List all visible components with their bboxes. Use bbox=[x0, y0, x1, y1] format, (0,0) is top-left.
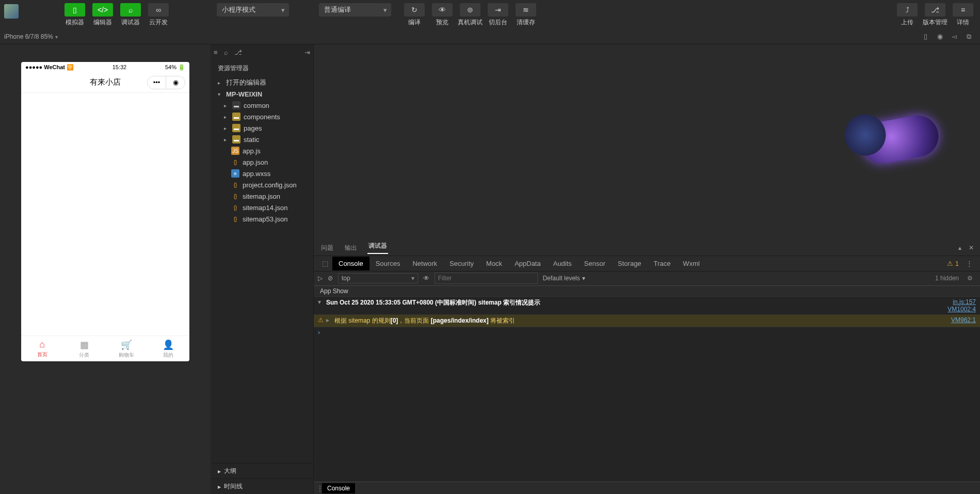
phone-capsule: ••• ◉ bbox=[147, 76, 185, 89]
tab-home[interactable]: ⌂首页 bbox=[21, 336, 63, 361]
file-app-json[interactable]: {}app.json bbox=[211, 156, 313, 168]
folder-icon: ▬ bbox=[232, 113, 240, 121]
device-select[interactable]: iPhone 6/7/8 85%▾ bbox=[4, 33, 58, 40]
tab-output[interactable]: 输出 bbox=[344, 244, 358, 252]
outline-section[interactable]: ▸大纲 bbox=[211, 463, 313, 479]
json-icon: {} bbox=[231, 215, 239, 223]
real-debug-button[interactable]: ⊚ 真机调试 bbox=[457, 3, 483, 27]
close-icon[interactable]: ✕ bbox=[969, 244, 974, 251]
user-icon: 👤 bbox=[163, 339, 174, 350]
refresh-icon: ↻ bbox=[404, 3, 425, 17]
folder-components[interactable]: ▸▬components bbox=[211, 111, 313, 122]
popout-icon[interactable]: ⧉ bbox=[961, 30, 976, 43]
exit-icon: ⇥ bbox=[488, 3, 508, 17]
dtab-mock[interactable]: Mock bbox=[480, 257, 508, 270]
minimize-icon[interactable]: ▴ bbox=[958, 244, 961, 251]
tab-cart[interactable]: 🛒购物车 bbox=[105, 336, 148, 361]
file-project-config[interactable]: {}project.config.json bbox=[211, 179, 313, 190]
eye-icon[interactable]: 👁 bbox=[423, 275, 429, 282]
warn-count[interactable]: ⚠1 bbox=[947, 260, 963, 267]
log-row-warn[interactable]: ⚠ ▸ 根据 sitemap 的规则[0]，当前页面 [pages/index/… bbox=[314, 315, 980, 327]
dtab-audits[interactable]: Audits bbox=[547, 257, 578, 270]
tab-problems[interactable]: 问题 bbox=[320, 244, 334, 252]
drawer-console-tab[interactable]: Console bbox=[322, 483, 355, 493]
preview-button[interactable]: 👁 预览 bbox=[429, 3, 455, 27]
json-icon: {} bbox=[231, 203, 239, 212]
kebab-icon[interactable]: ⋮ bbox=[963, 260, 976, 267]
editor-label: 编辑器 bbox=[93, 18, 112, 27]
console-body: App Show ▾ Sun Oct 25 2020 15:33:05 GMT+… bbox=[314, 286, 980, 482]
filter-input[interactable] bbox=[435, 273, 538, 284]
folder-static[interactable]: ▸▬static bbox=[211, 134, 313, 145]
file-tree: ▸打开的编辑器 ▾MP-WEIXIN ▸▬common ▸▬components… bbox=[211, 77, 313, 463]
mode-select[interactable]: 小程序模式 bbox=[217, 3, 289, 17]
app-show-row[interactable]: App Show bbox=[314, 286, 980, 297]
folder-pages[interactable]: ▸▬pages bbox=[211, 122, 313, 134]
search-icon[interactable]: ⌕ bbox=[224, 49, 228, 56]
dtab-trace[interactable]: Trace bbox=[648, 257, 677, 270]
phone-body[interactable] bbox=[21, 93, 189, 336]
folder-icon: ▬ bbox=[232, 135, 240, 144]
background-button[interactable]: ⇥ 切后台 bbox=[485, 3, 511, 27]
source-link[interactable]: in.js:157 bbox=[953, 298, 976, 306]
file-app-js[interactable]: JSapp.js bbox=[211, 145, 313, 156]
levels-select[interactable]: Default levels ▾ bbox=[543, 275, 585, 282]
play-icon[interactable]: ▷ bbox=[318, 275, 323, 282]
project-root[interactable]: ▾MP-WEIXIN bbox=[211, 88, 313, 100]
dtab-storage[interactable]: Storage bbox=[612, 257, 648, 270]
collapse-icon[interactable]: ⇥ bbox=[304, 49, 310, 56]
compile-select[interactable]: 普通编译 bbox=[319, 3, 391, 17]
file-sitemap[interactable]: {}sitemap.json bbox=[211, 190, 313, 202]
context-select[interactable]: top bbox=[338, 273, 418, 283]
console-prompt[interactable]: › bbox=[314, 327, 980, 338]
inspect-icon[interactable]: ⬚ bbox=[318, 260, 332, 267]
upload-button[interactable]: ⤴ 上传 bbox=[894, 3, 920, 27]
explorer-toolbar: ≡ ⌕ ⎇ ⇥ bbox=[211, 44, 313, 60]
file-app-wxss[interactable]: ≡app.wxss bbox=[211, 168, 313, 179]
hidden-count[interactable]: 1 hidden bbox=[935, 275, 959, 282]
timeline-section[interactable]: ▸时间线 bbox=[211, 479, 313, 494]
dtab-appdata[interactable]: AppData bbox=[508, 257, 547, 270]
dtab-network[interactable]: Network bbox=[406, 257, 443, 270]
editor-button[interactable]: </> 编辑器 bbox=[90, 3, 116, 27]
capsule-close-button[interactable]: ◉ bbox=[166, 76, 185, 89]
cloud-button[interactable]: ∞ 云开发 bbox=[146, 3, 171, 27]
record-icon[interactable]: ◉ bbox=[933, 30, 947, 43]
tab-me[interactable]: 👤我的 bbox=[148, 336, 190, 361]
branch-icon[interactable]: ⎇ bbox=[234, 49, 242, 56]
tab-debugger[interactable]: 调试器 bbox=[367, 242, 388, 254]
avatar[interactable] bbox=[4, 4, 19, 19]
dtab-security[interactable]: Security bbox=[443, 257, 480, 270]
phone-tabbar: ⌂首页 ▦分类 🛒购物车 👤我的 bbox=[21, 336, 189, 361]
source-link[interactable]: VM962:1 bbox=[946, 316, 976, 324]
clear-cache-button[interactable]: ≋ 清缓存 bbox=[513, 3, 539, 27]
log-row-info[interactable]: ▾ Sun Oct 25 2020 15:33:05 GMT+0800 (中国标… bbox=[314, 297, 980, 315]
json-icon: {} bbox=[231, 181, 239, 189]
dtab-console[interactable]: Console bbox=[332, 257, 369, 270]
clear-icon[interactable]: ⊘ bbox=[328, 275, 333, 282]
simulator-button[interactable]: ▯ 模拟器 bbox=[62, 3, 88, 27]
list-icon[interactable]: ≡ bbox=[214, 49, 218, 56]
dtab-sensor[interactable]: Sensor bbox=[578, 257, 612, 270]
detail-button[interactable]: ≡ 详情 bbox=[950, 3, 976, 27]
device-icon[interactable]: ▯ bbox=[918, 30, 933, 43]
open-editors-section[interactable]: ▸打开的编辑器 bbox=[211, 77, 313, 88]
version-button[interactable]: ⎇ 版本管理 bbox=[922, 3, 948, 27]
source-link[interactable]: VM1002:4 bbox=[947, 306, 976, 313]
debugger-label: 调试器 bbox=[121, 18, 140, 27]
warning-icon: ⚠ bbox=[318, 316, 326, 324]
capsule-menu-button[interactable]: ••• bbox=[148, 76, 166, 89]
send-icon[interactable]: ◅ bbox=[947, 30, 961, 43]
compile-button[interactable]: ↻ 编译 bbox=[401, 3, 427, 27]
gear-icon[interactable]: ⚙ bbox=[964, 275, 976, 282]
file-sitemap14[interactable]: {}sitemap14.json bbox=[211, 202, 313, 213]
tab-category[interactable]: ▦分类 bbox=[63, 336, 106, 361]
dtab-wxml[interactable]: Wxml bbox=[677, 257, 706, 270]
folder-common[interactable]: ▸▬common bbox=[211, 100, 313, 111]
simulator-panel: ●●●●● WeChat 🛜 15:32 54% 🔋 有来小店 ••• ◉ ⌂首… bbox=[0, 44, 211, 494]
drawer-handle-icon[interactable]: ⋮ bbox=[314, 485, 322, 492]
dtab-sources[interactable]: Sources bbox=[369, 257, 407, 270]
debugger-button[interactable]: ⌕ 调试器 bbox=[118, 3, 143, 27]
file-sitemap53[interactable]: {}sitemap53.json bbox=[211, 213, 313, 225]
js-icon: JS bbox=[231, 147, 239, 155]
